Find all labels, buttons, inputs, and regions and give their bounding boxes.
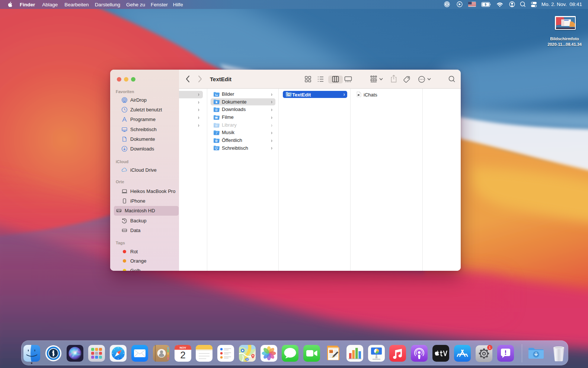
svg-text:NOV: NOV	[180, 346, 186, 349]
svg-text:280: 280	[246, 359, 249, 361]
svg-text:1: 1	[489, 346, 490, 349]
svg-text:2: 2	[180, 349, 185, 361]
